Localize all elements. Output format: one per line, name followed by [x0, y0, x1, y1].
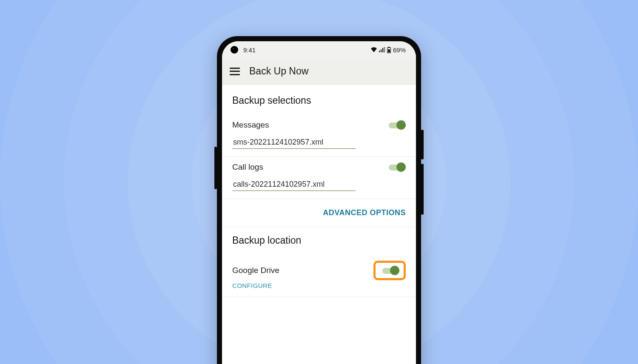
status-battery-percent: 69% — [393, 46, 406, 54]
backup-location-heading: Backup location — [222, 227, 416, 255]
status-time: 9:41 — [243, 46, 256, 54]
wifi-icon — [371, 47, 377, 52]
battery-icon — [387, 47, 391, 53]
svg-rect-6 — [388, 49, 390, 52]
status-bar: 9:41 — [222, 41, 416, 58]
advanced-options-link[interactable]: ADVANCED OPTIONS — [323, 208, 406, 217]
phone-side-button-right-top — [421, 130, 424, 159]
svg-rect-1 — [381, 49, 382, 52]
messages-filename-input[interactable] — [232, 136, 356, 149]
google-drive-toggle[interactable] — [381, 265, 399, 276]
svg-rect-0 — [379, 51, 380, 52]
messages-row: Messages — [222, 115, 416, 157]
phone-side-button-right-bottom — [421, 164, 424, 215]
hamburger-menu-icon[interactable] — [230, 68, 240, 75]
messages-toggle[interactable] — [387, 120, 406, 130]
phone-screen: 9:41 — [222, 41, 416, 364]
google-drive-row: Google Drive CONFIGURE — [222, 255, 416, 300]
app-bar: Back Up Now — [222, 58, 416, 85]
google-drive-label: Google Drive — [232, 266, 279, 275]
app-bar-title: Back Up Now — [249, 65, 308, 77]
configure-link[interactable]: CONFIGURE — [232, 282, 272, 294]
backup-selections-heading: Backup selections — [222, 85, 416, 115]
call-logs-filename-input[interactable] — [232, 178, 356, 191]
google-drive-toggle-highlight — [373, 261, 406, 280]
call-logs-toggle[interactable] — [387, 162, 406, 172]
messages-label: Messages — [232, 120, 269, 130]
camera-punch-hole — [231, 46, 238, 54]
svg-rect-2 — [382, 48, 383, 52]
advanced-options-row: ADVANCED OPTIONS — [222, 199, 416, 227]
cell-signal-icon — [379, 47, 385, 52]
svg-rect-3 — [384, 47, 385, 52]
phone-frame: 9:41 — [217, 36, 421, 364]
call-logs-label: Call logs — [232, 162, 263, 172]
call-logs-row: Call logs — [222, 157, 416, 199]
phone-side-button-left — [214, 147, 217, 189]
